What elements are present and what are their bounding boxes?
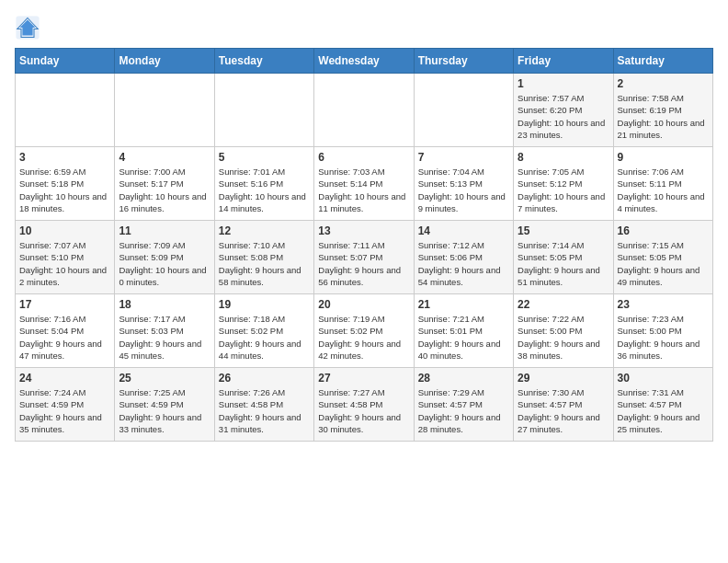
- day-cell: 29Sunrise: 7:30 AM Sunset: 4:57 PM Dayli…: [514, 368, 613, 442]
- day-cell: 20Sunrise: 7:19 AM Sunset: 5:02 PM Dayli…: [314, 294, 414, 368]
- day-cell: 8Sunrise: 7:05 AM Sunset: 5:12 PM Daylig…: [514, 147, 613, 221]
- day-number: 15: [518, 224, 609, 237]
- day-number: 12: [219, 224, 310, 237]
- day-content: Sunrise: 7:14 AM Sunset: 5:05 PM Dayligh…: [518, 239, 609, 288]
- day-number: 21: [418, 298, 509, 311]
- day-number: 26: [219, 372, 310, 385]
- day-cell: 6Sunrise: 7:03 AM Sunset: 5:14 PM Daylig…: [314, 147, 414, 221]
- day-number: 3: [19, 151, 110, 164]
- day-number: 6: [318, 151, 409, 164]
- day-cell: 28Sunrise: 7:29 AM Sunset: 4:57 PM Dayli…: [414, 368, 513, 442]
- day-content: Sunrise: 7:03 AM Sunset: 5:14 PM Dayligh…: [318, 166, 409, 214]
- day-content: Sunrise: 7:06 AM Sunset: 5:11 PM Dayligh…: [618, 166, 709, 214]
- day-content: Sunrise: 6:59 AM Sunset: 5:18 PM Dayligh…: [19, 166, 110, 214]
- column-header-sunday: Sunday: [16, 49, 115, 74]
- week-row-2: 3Sunrise: 6:59 AM Sunset: 5:18 PM Daylig…: [16, 147, 713, 221]
- day-number: 19: [219, 298, 310, 311]
- day-cell: 12Sunrise: 7:10 AM Sunset: 5:08 PM Dayli…: [214, 221, 313, 294]
- day-cell: [115, 74, 214, 147]
- day-content: Sunrise: 7:30 AM Sunset: 4:57 PM Dayligh…: [518, 386, 609, 435]
- day-number: 17: [19, 298, 110, 311]
- day-number: 30: [618, 372, 709, 385]
- day-cell: 7Sunrise: 7:04 AM Sunset: 5:13 PM Daylig…: [414, 147, 513, 221]
- day-cell: 27Sunrise: 7:27 AM Sunset: 4:58 PM Dayli…: [314, 368, 414, 442]
- day-cell: 21Sunrise: 7:21 AM Sunset: 5:01 PM Dayli…: [414, 294, 513, 368]
- day-content: Sunrise: 7:10 AM Sunset: 5:08 PM Dayligh…: [219, 239, 310, 288]
- day-cell: [314, 74, 414, 147]
- day-number: 1: [518, 77, 609, 90]
- day-content: Sunrise: 7:11 AM Sunset: 5:07 PM Dayligh…: [318, 239, 409, 288]
- day-cell: 11Sunrise: 7:09 AM Sunset: 5:09 PM Dayli…: [115, 221, 214, 294]
- day-cell: 2Sunrise: 7:58 AM Sunset: 6:19 PM Daylig…: [613, 74, 712, 147]
- day-number: 7: [418, 151, 509, 164]
- day-cell: 5Sunrise: 7:01 AM Sunset: 5:16 PM Daylig…: [214, 147, 313, 221]
- day-number: 11: [119, 224, 210, 237]
- day-content: Sunrise: 7:58 AM Sunset: 6:19 PM Dayligh…: [618, 92, 709, 141]
- column-header-friday: Friday: [514, 49, 613, 74]
- day-content: Sunrise: 7:17 AM Sunset: 5:03 PM Dayligh…: [119, 313, 210, 362]
- column-header-thursday: Thursday: [414, 49, 513, 74]
- day-content: Sunrise: 7:07 AM Sunset: 5:10 PM Dayligh…: [19, 239, 110, 288]
- day-number: 2: [618, 77, 709, 90]
- day-number: 9: [618, 151, 709, 164]
- week-row-3: 10Sunrise: 7:07 AM Sunset: 5:10 PM Dayli…: [16, 221, 713, 294]
- day-number: 18: [119, 298, 210, 311]
- day-content: Sunrise: 7:19 AM Sunset: 5:02 PM Dayligh…: [318, 313, 409, 362]
- day-content: Sunrise: 7:12 AM Sunset: 5:06 PM Dayligh…: [418, 239, 509, 288]
- day-cell: 17Sunrise: 7:16 AM Sunset: 5:04 PM Dayli…: [16, 294, 115, 368]
- day-content: Sunrise: 7:25 AM Sunset: 4:59 PM Dayligh…: [119, 386, 210, 435]
- day-number: 25: [119, 372, 210, 385]
- week-row-1: 1Sunrise: 7:57 AM Sunset: 6:20 PM Daylig…: [16, 74, 713, 147]
- day-cell: 26Sunrise: 7:26 AM Sunset: 4:58 PM Dayli…: [214, 368, 313, 442]
- day-content: Sunrise: 7:15 AM Sunset: 5:05 PM Dayligh…: [618, 239, 709, 288]
- day-content: Sunrise: 7:29 AM Sunset: 4:57 PM Dayligh…: [418, 386, 509, 435]
- day-cell: 22Sunrise: 7:22 AM Sunset: 5:00 PM Dayli…: [514, 294, 613, 368]
- day-cell: 13Sunrise: 7:11 AM Sunset: 5:07 PM Dayli…: [314, 221, 414, 294]
- logo-icon: [15, 15, 40, 40]
- day-content: Sunrise: 7:27 AM Sunset: 4:58 PM Dayligh…: [318, 386, 409, 435]
- day-cell: 19Sunrise: 7:18 AM Sunset: 5:02 PM Dayli…: [214, 294, 313, 368]
- day-content: Sunrise: 7:04 AM Sunset: 5:13 PM Dayligh…: [418, 166, 509, 214]
- logo: [15, 15, 44, 40]
- day-content: Sunrise: 7:21 AM Sunset: 5:01 PM Dayligh…: [418, 313, 509, 362]
- day-number: 13: [318, 224, 409, 237]
- day-content: Sunrise: 7:57 AM Sunset: 6:20 PM Dayligh…: [518, 92, 609, 141]
- day-number: 24: [19, 372, 110, 385]
- day-number: 5: [219, 151, 310, 164]
- day-content: Sunrise: 7:22 AM Sunset: 5:00 PM Dayligh…: [518, 313, 609, 362]
- day-content: Sunrise: 7:01 AM Sunset: 5:16 PM Dayligh…: [219, 166, 310, 214]
- column-header-monday: Monday: [115, 49, 214, 74]
- day-cell: 14Sunrise: 7:12 AM Sunset: 5:06 PM Dayli…: [414, 221, 513, 294]
- day-cell: 24Sunrise: 7:24 AM Sunset: 4:59 PM Dayli…: [16, 368, 115, 442]
- calendar-table: SundayMondayTuesdayWednesdayThursdayFrid…: [15, 48, 713, 442]
- day-number: 27: [318, 372, 409, 385]
- week-row-4: 17Sunrise: 7:16 AM Sunset: 5:04 PM Dayli…: [16, 294, 713, 368]
- day-number: 28: [418, 372, 509, 385]
- day-cell: 4Sunrise: 7:00 AM Sunset: 5:17 PM Daylig…: [115, 147, 214, 221]
- day-number: 23: [618, 298, 709, 311]
- day-content: Sunrise: 7:05 AM Sunset: 5:12 PM Dayligh…: [518, 166, 609, 214]
- day-cell: 23Sunrise: 7:23 AM Sunset: 5:00 PM Dayli…: [613, 294, 712, 368]
- day-content: Sunrise: 7:16 AM Sunset: 5:04 PM Dayligh…: [19, 313, 110, 362]
- day-number: 29: [518, 372, 609, 385]
- column-header-wednesday: Wednesday: [314, 49, 414, 74]
- day-content: Sunrise: 7:24 AM Sunset: 4:59 PM Dayligh…: [19, 386, 110, 435]
- day-cell: [214, 74, 313, 147]
- day-content: Sunrise: 7:23 AM Sunset: 5:00 PM Dayligh…: [618, 313, 709, 362]
- day-cell: 9Sunrise: 7:06 AM Sunset: 5:11 PM Daylig…: [613, 147, 712, 221]
- week-row-5: 24Sunrise: 7:24 AM Sunset: 4:59 PM Dayli…: [16, 368, 713, 442]
- day-cell: 10Sunrise: 7:07 AM Sunset: 5:10 PM Dayli…: [16, 221, 115, 294]
- day-cell: 3Sunrise: 6:59 AM Sunset: 5:18 PM Daylig…: [16, 147, 115, 221]
- day-number: 16: [618, 224, 709, 237]
- day-content: Sunrise: 7:26 AM Sunset: 4:58 PM Dayligh…: [219, 386, 310, 435]
- day-cell: 25Sunrise: 7:25 AM Sunset: 4:59 PM Dayli…: [115, 368, 214, 442]
- day-cell: [16, 74, 115, 147]
- day-cell: 15Sunrise: 7:14 AM Sunset: 5:05 PM Dayli…: [514, 221, 613, 294]
- column-header-saturday: Saturday: [613, 49, 712, 74]
- day-number: 14: [418, 224, 509, 237]
- day-content: Sunrise: 7:18 AM Sunset: 5:02 PM Dayligh…: [219, 313, 310, 362]
- day-number: 10: [19, 224, 110, 237]
- day-cell: 16Sunrise: 7:15 AM Sunset: 5:05 PM Dayli…: [613, 221, 712, 294]
- day-content: Sunrise: 7:00 AM Sunset: 5:17 PM Dayligh…: [119, 166, 210, 214]
- day-cell: 1Sunrise: 7:57 AM Sunset: 6:20 PM Daylig…: [514, 74, 613, 147]
